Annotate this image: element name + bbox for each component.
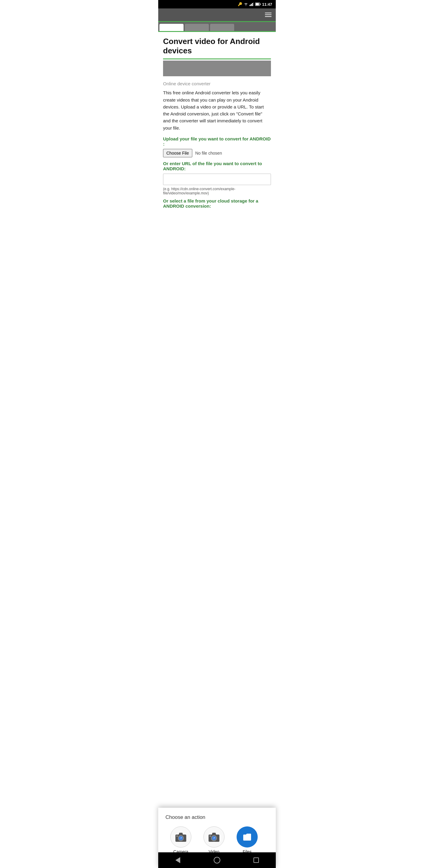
choose-file-button[interactable]: Choose File xyxy=(163,149,192,157)
key-icon: 🔑 xyxy=(238,2,242,6)
svg-rect-6 xyxy=(255,3,259,5)
svg-rect-0 xyxy=(250,5,250,6)
battery-icon xyxy=(255,2,261,6)
hamburger-menu[interactable] xyxy=(265,13,272,17)
banner-ad xyxy=(163,61,271,76)
url-example: (e.g. https://cdn.online-convert.com/exa… xyxy=(163,187,271,195)
wifi-icon xyxy=(244,2,248,6)
tab-active[interactable] xyxy=(159,24,184,31)
description-text: This free online Android converter lets … xyxy=(163,89,271,131)
no-file-text: No file chosen xyxy=(195,151,222,156)
upload-label: Upload your file you want to convert for… xyxy=(163,136,271,147)
tabs-area xyxy=(158,22,276,31)
section-label: Online device converter xyxy=(163,81,271,86)
svg-rect-5 xyxy=(260,4,260,5)
browser-header xyxy=(158,8,276,21)
cloud-label: Or select a file from your cloud storage… xyxy=(163,198,271,209)
status-bar: 🔑 11:47 xyxy=(158,0,276,8)
hamburger-line-1 xyxy=(265,13,272,13)
svg-rect-2 xyxy=(252,3,253,6)
url-input[interactable] xyxy=(163,174,271,185)
main-content: Online device converter This free online… xyxy=(158,76,276,213)
page-title: Convert video for Android devices xyxy=(163,37,271,56)
tab-inactive-1[interactable] xyxy=(185,24,209,31)
hamburger-line-2 xyxy=(265,14,272,15)
svg-rect-3 xyxy=(253,2,254,6)
page-title-area: Convert video for Android devices xyxy=(158,32,276,61)
url-label: Or enter URL of the file you want to con… xyxy=(163,161,271,171)
file-input-row: Choose File No file chosen xyxy=(163,149,271,157)
status-icons: 🔑 11:47 xyxy=(238,2,272,7)
time-display: 11:47 xyxy=(262,2,272,7)
green-title-divider xyxy=(163,59,271,59)
tab-inactive-2[interactable] xyxy=(210,24,234,31)
signal-icon xyxy=(250,2,254,6)
svg-rect-1 xyxy=(251,4,252,6)
hamburger-line-3 xyxy=(265,16,272,17)
